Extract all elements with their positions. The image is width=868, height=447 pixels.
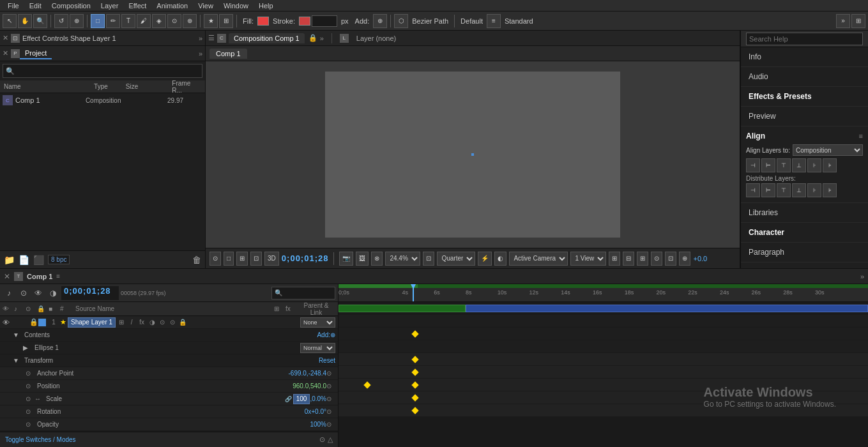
contents-add-btn[interactable]: ⊕ xyxy=(330,331,335,338)
align-to-select[interactable]: Composition Selection xyxy=(793,144,863,156)
transform-group-row[interactable]: ▼ Transform Reset xyxy=(0,354,338,367)
align-menu-icon[interactable]: ≡ xyxy=(859,132,863,140)
tl-motion-blur-btn[interactable]: ◑ xyxy=(47,287,59,299)
dist-top-btn[interactable]: ⊥ xyxy=(792,183,806,197)
tl-search-input[interactable] xyxy=(271,287,335,299)
tool-text[interactable]: T xyxy=(121,14,135,28)
views-dropdown[interactable]: 1 View xyxy=(570,252,606,266)
tool-zoom[interactable]: 🔍 xyxy=(33,14,47,28)
panel-paragraph[interactable]: Paragraph xyxy=(741,243,868,262)
menu-edit[interactable]: Edit xyxy=(24,0,47,11)
tab-layer[interactable]: Layer (none) xyxy=(351,33,401,43)
exposure-btn[interactable]: ◐ xyxy=(494,252,506,266)
safe-margins-btn[interactable]: ⊡ xyxy=(665,252,676,266)
layer-row-1[interactable]: 👁 🔒 1 ★ Shape Layer 1 ⊞ / fx ◑ ⊙ ⊙ xyxy=(0,316,338,329)
align-left-btn[interactable]: ⊣ xyxy=(746,158,760,172)
panel-audio[interactable]: Audio xyxy=(741,67,868,87)
transparency-grid-btn[interactable]: ⊡ xyxy=(250,252,262,266)
composition-viewer[interactable] xyxy=(206,61,740,248)
panel-character[interactable]: Character xyxy=(741,223,868,243)
tool-select[interactable]: ↖ xyxy=(3,14,17,28)
panel-effects-presets[interactable]: Effects & Presets xyxy=(741,87,868,107)
stroke-swatch[interactable] xyxy=(299,17,310,26)
stroke-width-input[interactable] xyxy=(312,15,337,27)
anchor-value[interactable]: -699.0,-248.4 xyxy=(289,370,327,377)
anchor-stopwatch[interactable]: ⊙ xyxy=(26,370,34,377)
panel-libraries[interactable]: Libraries xyxy=(741,203,868,223)
quality-dropdown[interactable]: Quarter Half Full xyxy=(437,252,475,266)
fast-preview-btn[interactable]: ⚡ xyxy=(478,252,492,266)
tool-pin[interactable]: ★ xyxy=(204,14,218,28)
contents-add-label[interactable]: Add: xyxy=(317,331,330,338)
align-center-h-btn[interactable]: ⊢ xyxy=(761,158,775,172)
color-management-btn[interactable]: ⊕ xyxy=(679,252,690,266)
tool-camera-unified[interactable]: ⊕ xyxy=(70,14,84,28)
dist-left-btn[interactable]: ⊣ xyxy=(746,183,760,197)
scale-stopwatch[interactable]: ⊙ xyxy=(26,395,34,402)
menu-help[interactable]: Help xyxy=(254,0,278,11)
align-bottom-btn[interactable]: ⊧ xyxy=(823,158,837,172)
dist-right-btn[interactable]: ⊤ xyxy=(777,183,791,197)
transform-expand-icon[interactable]: ▼ xyxy=(13,357,22,364)
effect-controls-arrow[interactable]: » xyxy=(199,34,202,42)
add-btn[interactable]: ⊕ xyxy=(373,14,387,28)
camera-dropdown[interactable]: Active Camera xyxy=(509,252,568,266)
guide-btn[interactable]: ⊟ xyxy=(623,252,634,266)
comp-tab-active[interactable]: Comp 1 xyxy=(209,49,247,59)
menu-effect[interactable]: Effect xyxy=(123,0,151,11)
show-channel-btn[interactable]: ⊗ xyxy=(371,252,383,266)
zoom-dropdown[interactable]: 24.4% 50% 100% xyxy=(385,252,420,266)
panel-menu-icon[interactable]: ☰ xyxy=(208,34,215,42)
pos-stopwatch[interactable]: ⊙ xyxy=(26,383,34,390)
align-center-v-btn[interactable]: ⊦ xyxy=(807,158,821,172)
dist-center-h-btn[interactable]: ⊢ xyxy=(761,183,775,197)
menu-layer[interactable]: Layer xyxy=(96,0,124,11)
opacity-value[interactable]: 100% xyxy=(310,421,326,428)
tl-footer-btn-1[interactable]: ⊙ xyxy=(319,436,325,444)
dist-bottom-btn[interactable]: ⊧ xyxy=(823,183,837,197)
tl-visible-btn[interactable]: 👁 xyxy=(32,287,45,299)
tab-project[interactable]: Project xyxy=(20,48,52,59)
sw-collapse[interactable]: ⊞ xyxy=(117,318,126,327)
panel-info[interactable]: Info xyxy=(741,47,868,67)
menu-composition[interactable]: Composition xyxy=(47,0,96,11)
tool-content-aware[interactable]: ⊞ xyxy=(219,14,233,28)
sw-motion-blur[interactable]: ◑ xyxy=(148,318,156,327)
reset-exposure-btn[interactable]: ⊙ xyxy=(209,252,221,266)
snapshot-btn[interactable]: 📷 xyxy=(339,252,353,266)
toggle-view-mask-btn[interactable]: □ xyxy=(224,252,234,266)
project-item-comp1[interactable]: C Comp 1 Composition 29.97 xyxy=(0,93,205,107)
tool-eraser[interactable]: ◈ xyxy=(152,14,166,28)
timeline-expand-btn[interactable]: » xyxy=(860,273,864,280)
layer-name[interactable]: Shape Layer 1 xyxy=(68,317,116,328)
panel-expand-arrow[interactable]: » xyxy=(199,50,202,57)
contents-group-row[interactable]: ▼ Contents Add: ⊕ xyxy=(0,329,338,342)
tl-audio-btn[interactable]: ♪ xyxy=(3,287,15,299)
tool-paint[interactable]: 🖌 xyxy=(137,14,151,28)
layer-vis-icon[interactable]: 👁 xyxy=(3,319,11,326)
menu-window[interactable]: Window xyxy=(218,0,254,11)
tool-stamp[interactable]: ⊙ xyxy=(167,14,181,28)
current-time-display[interactable]: 0;00;01;28 xyxy=(282,254,329,263)
tool-pen[interactable]: ✏ xyxy=(106,14,120,28)
tool-rotate[interactable]: ↺ xyxy=(54,14,68,28)
tab-comp1[interactable]: Composition Comp 1 xyxy=(229,33,305,43)
sw-solo[interactable]: ⊙ xyxy=(168,318,177,327)
menu-view[interactable]: View xyxy=(193,0,218,11)
bezier-path-btn[interactable]: ⬡ xyxy=(394,14,408,28)
sw-quality[interactable]: / xyxy=(127,318,136,327)
tool-hand[interactable]: ✋ xyxy=(18,14,32,28)
align-top-btn[interactable]: ⊥ xyxy=(792,158,806,172)
ellipse-row[interactable]: ▶ Ellipse 1 Normal xyxy=(0,342,338,354)
menu-btn[interactable]: ≡ xyxy=(487,14,501,28)
toggle-region-interest-btn[interactable]: ⊞ xyxy=(236,252,248,266)
expand-btn[interactable]: » xyxy=(836,14,850,28)
opacity-stopwatch[interactable]: ⊙ xyxy=(26,421,34,428)
sw-3d[interactable]: ⊙ xyxy=(158,318,167,327)
fit-btn[interactable]: ⊡ xyxy=(423,252,434,266)
timeline-time-display[interactable]: 0;00;01;28 xyxy=(61,286,119,300)
project-search-input[interactable] xyxy=(3,64,202,78)
pos-value[interactable]: 960.0,540.0 xyxy=(293,383,326,390)
tool-rect[interactable]: □ xyxy=(91,14,105,28)
dist-center-v-btn[interactable]: ⊦ xyxy=(807,183,821,197)
